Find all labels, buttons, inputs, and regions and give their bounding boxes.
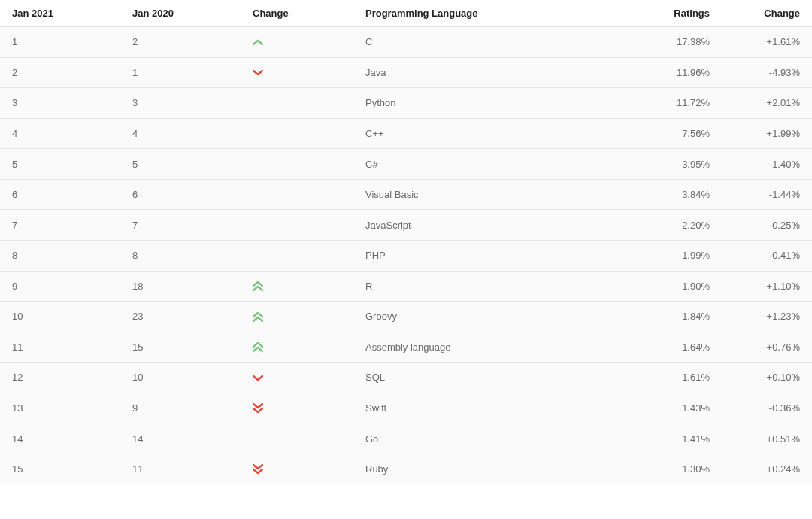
cell-language: C — [353, 27, 624, 58]
double-chevron-down-icon — [253, 403, 263, 414]
cell-change-dir — [241, 27, 353, 58]
cell-language: SQL — [353, 363, 624, 393]
cell-ratings: 1.30% — [624, 454, 722, 484]
cell-jan2021: 6 — [0, 179, 120, 210]
cell-ratings: 3.84% — [624, 179, 722, 210]
table-row: 918R1.90%+1.10% — [0, 271, 812, 302]
cell-jan2020: 2 — [120, 27, 241, 58]
cell-language: C# — [353, 149, 624, 180]
cell-language: PHP — [353, 240, 624, 271]
table-row: 21Java11.96%-4.93% — [0, 57, 812, 88]
cell-change-pct: -0.25% — [722, 210, 812, 241]
chevron-up-icon — [253, 38, 263, 48]
table-row: 44C++7.56%+1.99% — [0, 118, 812, 149]
cell-change-dir — [241, 118, 353, 149]
double-chevron-down-icon — [253, 464, 263, 475]
cell-change-pct: -1.44% — [722, 179, 812, 210]
cell-jan2020: 8 — [120, 240, 241, 271]
cell-jan2021: 7 — [0, 210, 120, 241]
double-chevron-up-icon — [253, 281, 263, 292]
col-header-change-pct: Change — [722, 0, 812, 27]
change-same-icon — [253, 220, 263, 231]
cell-jan2021: 12 — [0, 363, 120, 393]
cell-change-dir — [241, 332, 353, 363]
cell-jan2020: 7 — [120, 210, 241, 241]
cell-change-dir — [241, 454, 353, 484]
cell-language: C++ — [353, 118, 624, 149]
change-same-icon — [253, 190, 263, 200]
cell-jan2020: 10 — [120, 363, 241, 393]
cell-change-dir — [241, 271, 353, 302]
table-row: 66Visual Basic3.84%-1.44% — [0, 179, 812, 210]
col-header-change-dir: Change — [241, 0, 353, 27]
table-body: 12C17.38%+1.61%21Java11.96%-4.93%33Pytho… — [0, 27, 812, 484]
cell-jan2021: 3 — [0, 88, 120, 119]
chevron-down-icon — [253, 373, 263, 384]
cell-change-dir — [241, 88, 353, 119]
cell-change-pct: +1.99% — [722, 118, 812, 149]
cell-change-dir — [241, 57, 353, 88]
double-chevron-up-icon — [253, 342, 263, 353]
cell-jan2020: 5 — [120, 149, 241, 180]
cell-change-pct: +0.10% — [722, 363, 812, 393]
cell-jan2021: 8 — [0, 240, 120, 271]
cell-jan2021: 11 — [0, 332, 120, 363]
cell-change-dir — [241, 149, 353, 180]
cell-change-pct: +0.24% — [722, 454, 812, 484]
table-row: 1414Go1.41%+0.51% — [0, 423, 812, 454]
cell-language: JavaScript — [353, 210, 624, 241]
cell-jan2021: 15 — [0, 454, 120, 484]
cell-change-dir — [241, 393, 353, 423]
cell-jan2020: 6 — [120, 179, 241, 210]
cell-change-pct: +2.01% — [722, 88, 812, 119]
cell-change-pct: -1.40% — [722, 149, 812, 180]
cell-ratings: 7.56% — [624, 118, 722, 149]
cell-language: Java — [353, 57, 624, 88]
cell-ratings: 3.95% — [624, 149, 722, 180]
cell-jan2020: 9 — [120, 393, 241, 423]
cell-jan2020: 23 — [120, 302, 241, 332]
cell-jan2021: 13 — [0, 393, 120, 423]
change-same-icon — [253, 129, 263, 139]
table-header-row: Jan 2021 Jan 2020 Change Programming Lan… — [0, 0, 812, 27]
cell-jan2021: 9 — [0, 271, 120, 302]
change-same-icon — [253, 159, 263, 170]
col-header-ratings: Ratings — [624, 0, 722, 27]
table-row: 55C#3.95%-1.40% — [0, 149, 812, 180]
cell-jan2021: 1 — [0, 27, 120, 58]
table-row: 1023Groovy1.84%+1.23% — [0, 302, 812, 332]
table-row: 1210SQL1.61%+0.10% — [0, 363, 812, 393]
cell-change-dir — [241, 302, 353, 332]
cell-change-dir — [241, 423, 353, 454]
col-header-jan2020: Jan 2020 — [120, 0, 241, 27]
cell-jan2020: 15 — [120, 332, 241, 363]
cell-language: Ruby — [353, 454, 624, 484]
chevron-down-icon — [253, 68, 263, 78]
cell-jan2020: 4 — [120, 118, 241, 149]
cell-language: Groovy — [353, 302, 624, 332]
cell-language: Go — [353, 423, 624, 454]
cell-change-dir — [241, 179, 353, 210]
table-row: 1511Ruby1.30%+0.24% — [0, 454, 812, 484]
table-row: 1115Assembly language1.64%+0.76% — [0, 332, 812, 363]
cell-jan2021: 10 — [0, 302, 120, 332]
cell-change-dir — [241, 210, 353, 241]
cell-language: Visual Basic — [353, 179, 624, 210]
change-same-icon — [253, 99, 263, 109]
double-chevron-up-icon — [253, 312, 263, 323]
change-same-icon — [253, 251, 263, 262]
cell-change-dir — [241, 240, 353, 271]
cell-jan2021: 4 — [0, 118, 120, 149]
table-row: 33Python11.72%+2.01% — [0, 88, 812, 119]
cell-jan2020: 11 — [120, 454, 241, 484]
col-header-language: Programming Language — [353, 0, 624, 27]
cell-ratings: 11.72% — [624, 88, 722, 119]
table-row: 12C17.38%+1.61% — [0, 27, 812, 58]
cell-jan2021: 5 — [0, 149, 120, 180]
cell-language: Python — [353, 88, 624, 119]
cell-jan2020: 14 — [120, 423, 241, 454]
cell-ratings: 11.96% — [624, 57, 722, 88]
cell-change-pct: +1.23% — [722, 302, 812, 332]
cell-ratings: 1.90% — [624, 271, 722, 302]
table-row: 77JavaScript2.20%-0.25% — [0, 210, 812, 241]
